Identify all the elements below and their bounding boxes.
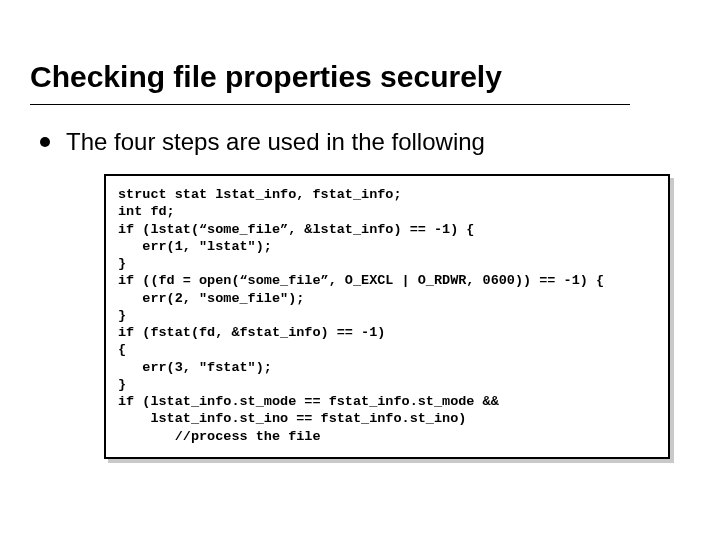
bullet-text: The four steps are used in the following xyxy=(66,128,485,156)
code-block-frame: struct stat lstat_info, fstat_info; int … xyxy=(104,174,670,459)
code-text: struct stat lstat_info, fstat_info; int … xyxy=(118,186,656,445)
title-block: Checking file properties securely xyxy=(30,60,690,100)
slide: Checking file properties securely The fo… xyxy=(0,0,720,540)
slide-body: The four steps are used in the following… xyxy=(30,128,690,459)
code-block: struct stat lstat_info, fstat_info; int … xyxy=(104,174,670,459)
bullet-dot-icon xyxy=(40,137,50,147)
bullet-item: The four steps are used in the following xyxy=(40,128,690,156)
slide-title: Checking file properties securely xyxy=(30,60,690,94)
title-underline xyxy=(30,104,630,105)
